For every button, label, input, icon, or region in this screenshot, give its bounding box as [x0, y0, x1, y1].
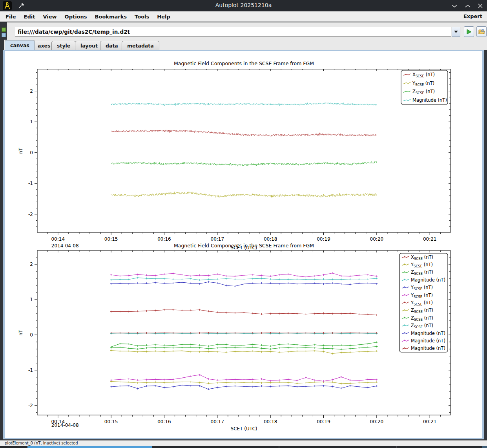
chart-svg[interactable]: 00:1400:1500:1600:1700:1800:1900:2000:21… [5, 51, 482, 438]
menu-options[interactable]: Options [61, 14, 91, 20]
svg-text:00:16: 00:16 [157, 419, 171, 424]
svg-text:00:15: 00:15 [104, 419, 118, 424]
menu-bookmarks[interactable]: Bookmarks [91, 14, 131, 20]
svg-text:00:17: 00:17 [211, 419, 224, 424]
chevron-down-icon [454, 30, 458, 33]
series-10-Magnitude-nT- [110, 281, 378, 287]
y-axis-label: nT [18, 329, 24, 336]
play-icon [466, 29, 472, 35]
series-1-Y-SCSE-nT- [110, 380, 378, 384]
tab-data[interactable]: data [100, 41, 124, 50]
address-toolbar [7, 22, 487, 40]
window-maximize-icon[interactable] [463, 2, 472, 10]
series-2-Z-SCSE-nT- [111, 161, 377, 166]
plot-border [37, 69, 451, 232]
series-8-Z-SCSE-nT- [110, 346, 378, 350]
svg-text:00:17: 00:17 [211, 236, 224, 242]
menu-view[interactable]: View [39, 14, 60, 20]
svg-text:Magnitude (nT): Magnitude (nT) [411, 331, 445, 336]
svg-text:00:21: 00:21 [423, 236, 437, 242]
menu-bar: File Edit View Options Bookmarks Tools H… [0, 11, 487, 22]
taskbar-sliver [0, 446, 487, 448]
plot-canvas[interactable]: 00:1400:1500:1600:1700:1800:1900:2000:21… [5, 51, 482, 438]
svg-text:2: 2 [30, 261, 33, 267]
tab-metadata[interactable]: metadata [122, 41, 159, 50]
svg-text:00:15: 00:15 [104, 236, 118, 242]
series-0-X-SCSE-nT- [111, 130, 377, 136]
url-dropdown-button[interactable] [452, 27, 460, 37]
menu-tools[interactable]: Tools [131, 14, 153, 20]
axis-labels: 00:1400:1500:1600:1700:1800:1900:2000:21… [18, 60, 437, 251]
axis-ticks [35, 69, 451, 235]
svg-text:0: 0 [30, 150, 33, 155]
series-3-Magnitude-nT- [111, 102, 377, 106]
taskbar-separator [396, 446, 397, 448]
svg-text:Magnitude (nT): Magnitude (nT) [412, 97, 447, 103]
series-0-X-SCSE-nT- [110, 309, 378, 316]
blue-square-icon [2, 33, 6, 37]
svg-text:00:18: 00:18 [264, 236, 277, 242]
plot-title: Magnetic Field Components in the SCSE Fr… [174, 60, 314, 66]
expert-mode-label[interactable]: Expert [463, 13, 482, 19]
svg-text:Magnitude (nT): Magnitude (nT) [411, 277, 445, 283]
svg-text:Magnitude (nT): Magnitude (nT) [411, 338, 445, 344]
plot-2[interactable]: 00:1400:1500:1600:1700:1800:1900:2000:21… [18, 243, 451, 432]
window-title: Autoplot 20251210a [0, 2, 487, 8]
folder-search-icon [478, 29, 485, 35]
svg-text:00:14: 00:14 [51, 236, 65, 242]
green-square-icon [2, 27, 6, 32]
series-12-Magnitude-nT- [110, 332, 378, 334]
go-button[interactable] [464, 26, 474, 37]
legend: XSCSE (nT)YSCSE (nT)ZSCSE (nT)Magnitude … [399, 253, 448, 352]
window-close-icon[interactable] [476, 2, 485, 10]
svg-text:00:20: 00:20 [370, 236, 384, 242]
x-axis-label: SCET (UTC) [231, 426, 257, 432]
svg-text:00:19: 00:19 [317, 419, 330, 424]
svg-text:-1: -1 [28, 368, 33, 373]
tab-canvas[interactable]: canvas [5, 40, 35, 50]
svg-text:-2: -2 [28, 212, 33, 217]
svg-text:00:18: 00:18 [264, 419, 277, 424]
tab-style[interactable]: style [51, 41, 76, 50]
series-7-Z-SCSE-nT- [110, 349, 378, 355]
axis-ticks [35, 251, 451, 418]
legend: XSCSE (nT)YSCSE (nT)ZSCSE (nT)Magnitude … [401, 70, 448, 104]
title-bar: Autoplot 20251210a [0, 0, 487, 11]
date-label: 2014-04-08 [51, 243, 79, 249]
menu-edit[interactable]: Edit [20, 14, 39, 20]
menu-help[interactable]: Help [153, 14, 174, 20]
status-bar: plotElement_0 (nT, inactive) selected [0, 440, 487, 446]
svg-text:2: 2 [30, 88, 33, 94]
svg-text:00:16: 00:16 [157, 236, 171, 242]
tab-layout[interactable]: layout [75, 41, 103, 50]
plot-1[interactable]: 00:1400:1500:1600:1700:1800:1900:2000:21… [18, 60, 451, 251]
svg-text:-1: -1 [28, 181, 33, 186]
svg-text:Magnitude (nT): Magnitude (nT) [411, 346, 445, 351]
open-file-button[interactable] [476, 26, 487, 37]
plot-title: Magnetic Field Components in the SCSE Fr… [174, 243, 314, 249]
series-5-Y-SCSE-nT- [110, 374, 378, 382]
series-3-Magnitude-nT- [110, 277, 378, 281]
svg-text:1: 1 [30, 119, 33, 124]
svg-text:00:20: 00:20 [370, 419, 384, 424]
tab-bar: canvas axes style layout data metadata [4, 40, 487, 50]
svg-text:00:21: 00:21 [423, 419, 437, 424]
svg-text:00:19: 00:19 [317, 236, 330, 242]
svg-text:1: 1 [30, 297, 33, 302]
series-4-Y-SCSE-nT- [110, 384, 378, 390]
taskbar-right-segment [482, 446, 487, 448]
url-input[interactable] [15, 27, 451, 37]
y-axis-label: nT [18, 148, 24, 154]
axis-labels: 00:1400:1500:1600:1700:1800:1900:2000:21… [18, 243, 437, 432]
taskbar-separator [279, 446, 279, 448]
series-11-Magnitude-nT- [110, 272, 378, 278]
menu-file[interactable]: File [2, 14, 20, 20]
series-1-Y-SCSE-nT- [111, 192, 377, 198]
status-text: plotElement_0 (nT, inactive) selected [5, 441, 78, 445]
taskbar-active-task[interactable] [27, 446, 152, 448]
svg-text:-2: -2 [28, 403, 33, 408]
date-label: 2014-04-08 [51, 422, 79, 428]
svg-text:0: 0 [30, 332, 33, 338]
window-minimize-icon[interactable] [450, 2, 459, 10]
series-2-Z-SCSE-nT- [110, 341, 378, 347]
